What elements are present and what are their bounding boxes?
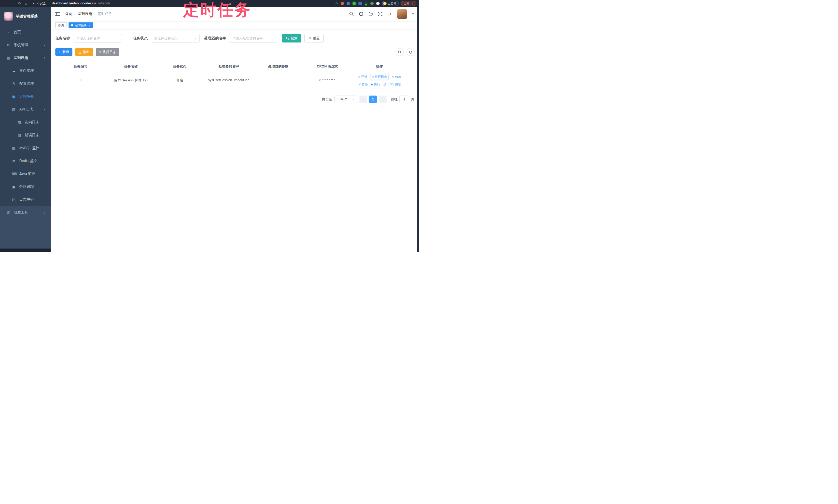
font-size-icon[interactable]: TT (387, 12, 392, 16)
extension-icon-dark[interactable]: on (364, 2, 368, 5)
job-status-select[interactable]: 请选择任务状态 ∨ (151, 34, 200, 42)
export-button-label: 导出 (83, 50, 90, 54)
sidebar-item-label: 基础设施 (14, 56, 28, 60)
breadcrumb-current: 定时任务 (98, 12, 112, 16)
tab-scheduled-tasks[interactable]: 定时任务 × (69, 22, 93, 28)
table-toolbar: + 新增 导出 ≡ 执行日志 (55, 48, 414, 56)
github-icon[interactable] (359, 12, 364, 17)
exec-log-link[interactable]: ≡执行日志 (370, 74, 388, 80)
pause-link[interactable]: ✕暂停 (359, 82, 368, 87)
handler-name-input[interactable] (229, 34, 278, 42)
address-bar[interactable]: ▲ 不安全 dashboard.yudao.iocoder.cn/infra/j… (32, 1, 110, 6)
sidebar-item-label: 日志中心 (19, 197, 34, 202)
breadcrumb: 首页 / 基础设施 / 定时任务 (65, 12, 112, 16)
page-size-select[interactable]: 10条/页 ∨ (334, 95, 357, 103)
active-tab-dot (71, 24, 73, 26)
job-name-label: 任务名称 (55, 36, 70, 41)
extension-icon-orange[interactable] (341, 2, 344, 5)
sidebar-logo[interactable]: 芋道管理系统 (0, 7, 51, 26)
browser-home-icon[interactable]: ⌂ (25, 1, 27, 5)
extension-icon-sparkle[interactable] (376, 2, 380, 5)
browser-reload-icon[interactable]: ⟳ (18, 1, 21, 5)
browser-menu-icon[interactable]: ⋮ (411, 2, 414, 5)
edit-link[interactable]: ✎修改 (392, 75, 401, 79)
cell-job-id: 3 (55, 78, 106, 82)
refresh-table-button[interactable] (407, 48, 414, 56)
security-label: 不安全 (37, 1, 46, 6)
breadcrumb-separator: / (94, 12, 95, 16)
delete-link[interactable]: ⌦删除 (390, 82, 401, 87)
sidebar-item-api-logs[interactable]: ▧ API 日志 ∧ (0, 103, 51, 116)
help-icon[interactable]: ? (368, 12, 373, 16)
breadcrumb-home[interactable]: 首页 (65, 12, 72, 16)
user-menu-caret-icon[interactable]: ▼ (412, 13, 414, 15)
goto-label: 前往 (391, 97, 398, 102)
browser-back-icon[interactable]: ← (3, 1, 6, 5)
extension-icon-blue-drop[interactable] (347, 2, 350, 5)
sidebar-item-redis-monitor[interactable]: ⧉ Redis 监控 (0, 155, 51, 167)
tags-view-bar: 首页 定时任务 × (51, 21, 419, 29)
extension-paused-button[interactable]: 已暂停 (382, 1, 399, 6)
extension-on-badge: on (365, 4, 367, 6)
search-button[interactable]: 搜索 (282, 34, 301, 42)
exec-log-button[interactable]: ≡ 执行日志 (96, 48, 120, 56)
sidebar-item-config-management[interactable]: ✎ 配置管理 (0, 77, 51, 90)
chevron-up-icon: ∧ (43, 108, 46, 111)
extension-icon-leaf[interactable] (370, 2, 374, 5)
sidebar-item-scheduled-tasks[interactable]: ▣ 定时任务 (0, 90, 51, 103)
extension-icon-green-check[interactable] (352, 2, 356, 5)
add-button[interactable]: + 新增 (55, 48, 72, 56)
sidebar-item-file-management[interactable]: ☁ 文件管理 (0, 65, 51, 77)
prev-page-button[interactable]: ‹ (360, 95, 367, 103)
sidebar-item-error-logs[interactable]: ▨ 错误日志 (0, 129, 51, 142)
close-tab-icon[interactable]: × (89, 24, 90, 27)
sidebar-item-label: 定时任务 (19, 94, 34, 99)
sidebar-item-log-center[interactable]: ▤ 日志中心 (0, 193, 51, 206)
sidebar-item-home[interactable]: ◔ 首页 (0, 26, 51, 39)
export-button[interactable]: 导出 (75, 48, 93, 56)
next-page-button[interactable]: › (379, 95, 386, 103)
browser-forward-icon[interactable]: → (10, 1, 14, 5)
bookmark-star-icon[interactable]: ☆ (335, 2, 338, 5)
infrastructure-icon: ▤ (6, 56, 10, 60)
sidebar-item-access-logs[interactable]: ▨ 访问日志 (0, 116, 51, 129)
log-icon: ▧ (12, 107, 16, 111)
paused-label: 已暂停 (388, 2, 396, 5)
tab-home[interactable]: 首页 (55, 22, 67, 28)
sidebar-item-label: 错误日志 (25, 133, 39, 138)
sidebar-item-dev-tools[interactable]: ⌘ 研发工具 ∨ (0, 206, 51, 219)
extension-icon-cyan[interactable] (359, 2, 362, 5)
eye-icon: ◉ (12, 185, 16, 189)
col-job-name: 任务名称 (106, 64, 156, 69)
search-icon[interactable] (349, 12, 354, 16)
sidebar-item-mysql-monitor[interactable]: ▥ MySQL 监控 (0, 142, 51, 155)
reset-button[interactable]: ⟳ 重置 (304, 34, 324, 42)
toggle-search-button[interactable] (396, 48, 404, 56)
page-size-value: 10条/页 (337, 97, 348, 102)
toolbox-icon: ⌘ (6, 211, 10, 215)
sidebar-item-label: 配置管理 (19, 82, 34, 86)
view-detail-link[interactable]: ◎详细 (358, 75, 367, 79)
page-1-button[interactable]: 1 (369, 95, 377, 103)
fullscreen-icon[interactable] (378, 12, 382, 16)
sidebar-item-trace[interactable]: ◉ 链路追踪 (0, 180, 51, 193)
cell-job-status: 开启 (156, 78, 204, 83)
user-avatar[interactable] (397, 9, 407, 19)
sidebar: 芋道管理系统 ◔ 首页 ⚙ 系统管理 ∨ ▤ 基础设施 ∧ ☁ 文件管理 ✎ (0, 7, 51, 252)
sidebar-toggle-icon[interactable] (55, 12, 60, 16)
sidebar-item-infrastructure[interactable]: ▤ 基础设施 ∧ (0, 52, 51, 65)
select-placeholder: 请选择任务状态 (154, 36, 177, 41)
java-icon: ⌨ (12, 172, 16, 176)
chrome-update-button[interactable]: 更新 ⋮ (401, 1, 416, 6)
col-handler-name: 处理器的名字 (204, 64, 254, 69)
sidebar-item-label: MySQL 监控 (19, 146, 39, 150)
sidebar-item-label: 系统管理 (14, 43, 28, 48)
job-name-input[interactable] (73, 34, 122, 42)
goto-page-input[interactable] (399, 95, 409, 103)
sidebar-item-system-management[interactable]: ⚙ 系统管理 ∨ (0, 39, 51, 52)
col-handler-param: 处理器的参数 (254, 64, 303, 69)
run-once-link[interactable]: ▶执行一次 (371, 82, 386, 87)
browser-scrollbar[interactable] (417, 7, 419, 252)
breadcrumb-infrastructure[interactable]: 基础设施 (78, 12, 92, 16)
sidebar-item-java-monitor[interactable]: ⌨ Java 监控 (0, 167, 51, 180)
